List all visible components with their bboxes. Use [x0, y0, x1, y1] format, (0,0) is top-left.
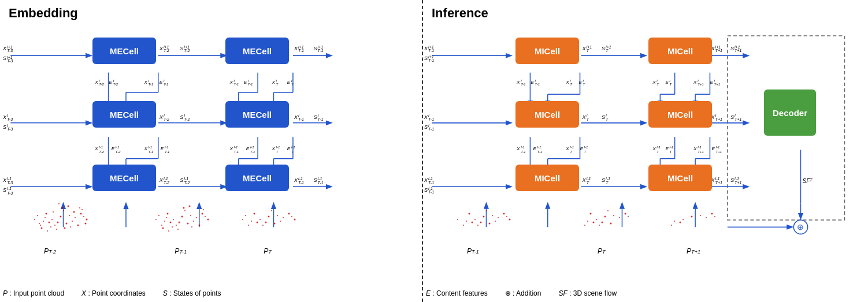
svg-point-161: [50, 226, 51, 228]
svg-text:l-1: l-1: [735, 177, 739, 181]
svg-text:l: l: [583, 79, 584, 83]
svg-text:l+1: l+1: [587, 45, 592, 50]
svg-point-190: [193, 221, 194, 222]
svg-point-153: [54, 225, 55, 226]
embedding-diagram: X l+1 T-3 S l+1 T-3 X l+1 T-2 S l+1 T-2 …: [0, 0, 422, 302]
svg-text:T: T: [606, 49, 609, 53]
svg-text:l-1: l-1: [184, 177, 188, 181]
svg-text:S: S: [313, 46, 317, 51]
svg-point-184: [205, 216, 206, 217]
svg-point-390: [613, 215, 614, 216]
svg-text:l-1: l-1: [656, 146, 661, 149]
svg-point-395: [584, 225, 585, 226]
svg-point-179: [170, 222, 172, 223]
svg-text:X: X: [516, 80, 520, 85]
svg-text:l: l: [714, 79, 715, 83]
svg-text:T+1: T+1: [691, 249, 700, 255]
svg-text:l: l: [587, 114, 588, 118]
svg-text:l: l: [184, 114, 185, 118]
svg-text:T+1: T+1: [715, 181, 722, 185]
svg-text:T-2: T-2: [164, 181, 169, 185]
svg-text:T: T: [587, 49, 589, 53]
me-cell-1: MECell: [92, 38, 156, 64]
svg-text:E: E: [533, 146, 536, 151]
svg-point-176: [181, 216, 183, 218]
inference-title: Inference: [432, 6, 862, 21]
svg-text:l-1: l-1: [276, 145, 280, 149]
main-container: Embedding X l+1 T-3 S l+1 T-3 X: [0, 0, 868, 302]
svg-point-403: [682, 219, 684, 220]
svg-point-409: [671, 225, 672, 226]
svg-point-377: [503, 213, 505, 215]
svg-text:T-1: T-1: [428, 190, 434, 195]
svg-text:l: l: [428, 124, 429, 128]
svg-point-171: [53, 211, 54, 212]
svg-text:l-1: l-1: [298, 177, 303, 181]
svg-point-197: [183, 207, 185, 209]
svg-text:E: E: [112, 146, 115, 151]
svg-text:T-1: T-1: [234, 82, 239, 86]
svg-text:T: T: [583, 83, 586, 86]
svg-point-205: [259, 219, 261, 220]
svg-text:X: X: [229, 80, 233, 85]
svg-text:E: E: [580, 146, 584, 151]
svg-text:T-1: T-1: [537, 150, 543, 154]
svg-text:P: P: [598, 247, 603, 255]
svg-text:l+1: l+1: [318, 45, 324, 50]
svg-text:T-1: T-1: [521, 83, 526, 86]
svg-text:X: X: [271, 146, 275, 151]
svg-text:T: T: [276, 150, 279, 154]
svg-text:l-1: l-1: [7, 177, 12, 181]
svg-text:S: S: [3, 124, 6, 130]
legend-S: S : States of points: [163, 289, 221, 297]
svg-text:l-1: l-1: [584, 146, 588, 149]
svg-text:X: X: [582, 177, 587, 183]
svg-text:l-1: l-1: [7, 187, 12, 191]
svg-text:X: X: [652, 80, 656, 85]
svg-point-177: [173, 219, 174, 220]
svg-text:X: X: [294, 114, 298, 120]
svg-point-170: [64, 228, 66, 229]
svg-point-405: [680, 222, 681, 223]
point-cloud-right-1: [440, 193, 527, 234]
svg-text:T: T: [570, 83, 573, 86]
svg-point-217: [274, 223, 276, 225]
svg-text:l-1: l-1: [428, 177, 433, 181]
svg-point-174: [79, 207, 80, 208]
svg-text:l: l: [164, 114, 165, 118]
svg-text:T-1: T-1: [472, 249, 479, 255]
svg-point-166: [56, 229, 57, 230]
svg-point-154: [66, 223, 68, 225]
svg-text:E: E: [159, 80, 163, 85]
svg-point-143: [69, 215, 70, 216]
svg-text:T: T: [656, 83, 659, 86]
svg-text:l-1: l-1: [165, 145, 169, 149]
svg-point-206: [277, 215, 278, 216]
svg-point-386: [457, 219, 458, 220]
embedding-panel: Embedding X l+1 T-3 S l+1 T-3 X: [0, 0, 422, 302]
svg-text:S: S: [180, 46, 183, 51]
svg-text:l+1: l+1: [606, 45, 611, 50]
legend-E: E : Content features: [426, 289, 488, 297]
svg-text:l: l: [570, 79, 571, 83]
svg-point-173: [39, 223, 40, 224]
svg-point-362: [793, 220, 807, 234]
svg-point-147: [80, 213, 82, 215]
svg-text:X: X: [159, 46, 164, 51]
svg-text:T-1: T-1: [318, 181, 324, 185]
svg-point-189: [187, 223, 189, 225]
svg-point-167: [68, 206, 69, 207]
svg-text:l: l: [698, 79, 699, 83]
svg-text:T+1: T+1: [735, 49, 741, 53]
svg-point-219: [242, 219, 243, 220]
svg-text:T-1: T-1: [165, 150, 170, 154]
svg-point-155: [72, 221, 73, 222]
svg-text:l: l: [276, 79, 277, 83]
svg-point-175: [85, 223, 87, 225]
svg-text:T-2: T-2: [116, 150, 121, 154]
svg-text:l+1: l+1: [428, 45, 434, 50]
svg-text:P: P: [175, 247, 180, 255]
svg-text:X: X: [229, 146, 233, 151]
svg-text:S: S: [180, 114, 183, 120]
svg-text:S: S: [730, 177, 734, 183]
